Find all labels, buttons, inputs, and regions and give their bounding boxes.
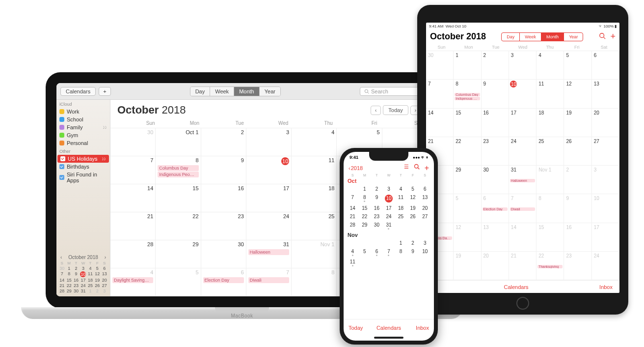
calendar-day-cell[interactable]: Oct 1 xyxy=(156,128,201,156)
calendar-day-cell[interactable]: 12 xyxy=(407,193,419,204)
add-event-button[interactable]: + xyxy=(611,31,616,42)
calendar-day-cell[interactable]: 15 xyxy=(537,223,564,252)
calendar-event[interactable]: Halloween xyxy=(510,179,535,182)
calendar-day-cell[interactable]: 8 xyxy=(395,247,407,258)
calendar-day-cell[interactable]: 17 xyxy=(383,204,395,212)
calendar-day-cell[interactable]: 22 xyxy=(454,137,481,166)
calendar-day-cell[interactable]: 10 xyxy=(246,156,292,184)
calendar-day-cell[interactable]: 17 xyxy=(509,109,537,137)
checkbox-icon[interactable] xyxy=(59,164,64,169)
calendar-day-cell[interactable]: 11 xyxy=(395,193,407,204)
calendar-event[interactable]: Election Day xyxy=(203,277,244,283)
calendar-day-cell[interactable]: 4 xyxy=(347,247,359,258)
calendar-day-cell[interactable]: 8 xyxy=(292,268,337,296)
calendar-day-cell[interactable]: 12 xyxy=(454,223,481,252)
calendar-day-cell[interactable]: 7 xyxy=(110,156,156,184)
ipad-inbox-button[interactable]: Inbox xyxy=(599,284,613,290)
calendar-day-cell[interactable]: 2 xyxy=(371,185,383,193)
calendar-day-cell[interactable]: 25 xyxy=(292,212,337,240)
sidebar-item[interactable]: Birthdays xyxy=(56,163,110,171)
calendar-day-cell[interactable]: 14 xyxy=(110,184,156,212)
calendar-day-cell[interactable]: 6Election Day xyxy=(201,268,246,296)
calendar-day-cell[interactable]: 21 xyxy=(509,252,537,280)
iphone-year-scroll[interactable]: Oct1234567891011121314151617181920212223… xyxy=(344,177,434,319)
calendar-day-cell[interactable]: 23 xyxy=(564,252,591,280)
calendar-day-cell[interactable]: 31 xyxy=(383,221,395,231)
iphone-home-indicator[interactable] xyxy=(374,337,403,339)
calendar-day-cell[interactable]: 3 xyxy=(383,185,395,193)
calendar-day-cell[interactable]: 5 xyxy=(407,185,419,193)
calendar-day-cell[interactable]: 19 xyxy=(564,109,591,137)
calendar-day-cell[interactable]: 19 xyxy=(454,252,481,280)
calendar-day-cell[interactable]: 27 xyxy=(592,137,619,166)
calendar-day-cell[interactable]: 2 xyxy=(407,239,419,247)
ipad-home-button[interactable] xyxy=(516,297,529,310)
calendar-day-cell[interactable]: 8 xyxy=(359,193,371,204)
add-event-button[interactable]: + xyxy=(425,164,429,173)
sidebar-item[interactable]: Siri Found in Apps xyxy=(56,171,110,184)
calendar-day-cell[interactable]: 18 xyxy=(395,204,407,212)
sidebar-item[interactable]: Work xyxy=(56,108,110,116)
calendar-day-cell[interactable]: 15 xyxy=(156,184,201,212)
checkbox-icon[interactable] xyxy=(59,175,64,180)
calendar-day-cell[interactable]: 10 xyxy=(509,80,537,108)
calendar-day-cell[interactable]: Nov 1 xyxy=(537,166,564,194)
calendar-day-cell[interactable]: 28 xyxy=(110,240,156,268)
calendar-day-cell[interactable]: 25 xyxy=(537,137,564,166)
sidebar-item[interactable]: Family⟯⟯ xyxy=(56,123,110,131)
calendar-day-cell[interactable]: 27 xyxy=(419,212,431,221)
calendar-day-cell[interactable]: 26 xyxy=(564,137,591,166)
calendar-day-cell[interactable]: 24 xyxy=(509,137,537,166)
calendar-event[interactable]: Indigenous Peop… xyxy=(455,97,480,100)
calendar-day-cell[interactable]: 18 xyxy=(292,184,337,212)
calendar-day-cell[interactable]: 4 xyxy=(395,185,407,193)
calendar-event[interactable]: Columbus Day xyxy=(158,165,198,171)
calendar-day-cell[interactable]: 7 xyxy=(347,193,359,204)
calendar-day-cell[interactable]: 30 xyxy=(482,166,509,194)
calendar-day-cell[interactable]: 15 xyxy=(454,109,481,137)
calendar-day-cell[interactable]: 6Election Day xyxy=(482,194,509,223)
search-icon[interactable] xyxy=(599,32,606,41)
calendar-day-cell[interactable]: 6 xyxy=(371,247,383,258)
calendar-event[interactable]: Daylight Saving… xyxy=(112,277,153,283)
calendar-day-cell[interactable]: 26 xyxy=(407,212,419,221)
sidebar-item[interactable]: US Holidays⟯⟯ xyxy=(57,155,109,163)
calendar-day-cell[interactable]: 2 xyxy=(564,166,591,194)
calendar-day-cell[interactable]: 11 xyxy=(537,80,564,108)
mini-prev-icon[interactable]: ‹ xyxy=(60,255,62,260)
view-tab-day[interactable]: Day xyxy=(502,33,519,41)
calendar-event[interactable]: Election Day xyxy=(483,207,508,211)
prev-button[interactable]: ‹ xyxy=(371,106,381,115)
calendar-day-cell[interactable]: 13 xyxy=(592,80,619,108)
calendar-day-cell[interactable]: 20 xyxy=(419,204,431,212)
calendar-day-cell[interactable]: 19 xyxy=(407,204,419,212)
checkbox-icon[interactable] xyxy=(60,156,65,161)
view-tab-week[interactable]: Week xyxy=(210,87,234,96)
mini-next-icon[interactable]: › xyxy=(105,255,106,260)
calendar-day-cell[interactable]: 9 xyxy=(407,247,419,258)
calendar-day-cell[interactable]: 7 xyxy=(426,80,454,108)
calendar-event[interactable]: Diwali xyxy=(510,207,535,211)
sidebar-item[interactable]: Gym xyxy=(56,131,110,139)
calendar-day-cell[interactable]: 30 xyxy=(201,240,246,268)
calendar-day-cell[interactable]: 24 xyxy=(246,212,292,240)
calendar-day-cell[interactable]: 7 xyxy=(383,247,395,258)
calendar-day-cell[interactable]: 4 xyxy=(537,51,564,80)
calendar-day-cell[interactable]: 30 xyxy=(426,51,454,80)
calendar-day-cell[interactable]: 3 xyxy=(419,239,431,247)
calendar-day-cell[interactable]: 16 xyxy=(564,223,591,252)
calendar-day-cell[interactable]: 3 xyxy=(509,51,537,80)
today-button[interactable]: Today xyxy=(383,105,408,115)
calendar-day-cell[interactable]: 22 xyxy=(156,212,201,240)
calendar-day-cell[interactable]: 5 xyxy=(564,51,591,80)
calendar-day-cell[interactable]: 23 xyxy=(371,212,383,221)
calendar-day-cell[interactable]: 9 xyxy=(564,194,591,223)
view-tab-month[interactable]: Month xyxy=(234,87,259,96)
calendar-day-cell[interactable]: 22Thanksgiving xyxy=(537,252,564,280)
search-icon[interactable] xyxy=(414,164,420,173)
calendar-day-cell[interactable]: 5 xyxy=(454,194,481,223)
calendar-day-cell[interactable]: 6 xyxy=(419,185,431,193)
calendar-day-cell[interactable]: 4Daylight Saving… xyxy=(110,268,156,296)
calendar-day-cell[interactable]: 28 xyxy=(347,221,359,231)
mini-calendar[interactable]: ‹October 2018›SMTWTFS3012345678910111213… xyxy=(56,253,110,296)
